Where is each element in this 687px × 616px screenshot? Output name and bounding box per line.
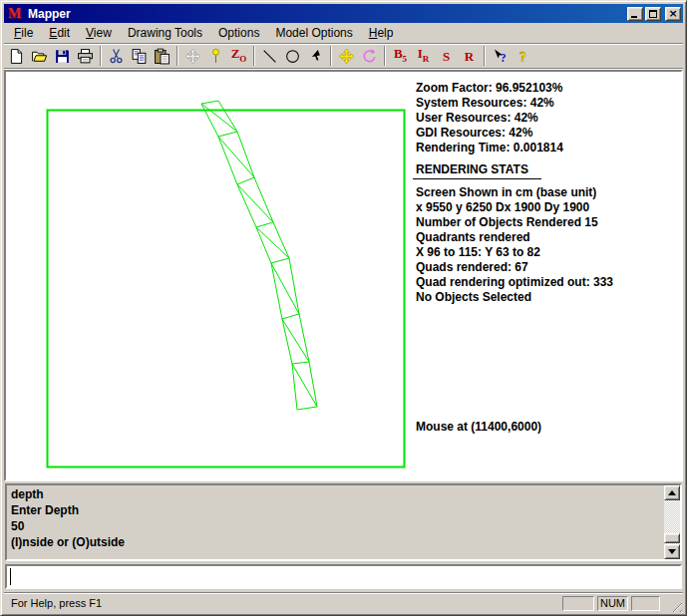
save-icon bbox=[54, 48, 71, 65]
menu-edit[interactable]: Edit bbox=[41, 24, 78, 42]
history-line: 50 bbox=[11, 518, 660, 534]
stats-line: x 9550 y 6250 Dx 1900 Dy 1900 bbox=[416, 200, 683, 215]
svg-text:?: ? bbox=[501, 52, 507, 65]
toolbar-pin-button[interactable] bbox=[204, 45, 227, 67]
history-scrollbar[interactable] bbox=[664, 485, 680, 559]
menu-model-options[interactable]: Model Options bbox=[267, 24, 360, 42]
ir-tool-icon: IR bbox=[418, 45, 430, 68]
menu-view[interactable]: View bbox=[78, 24, 120, 42]
menu-drawing-tools[interactable]: Drawing Tools bbox=[120, 24, 210, 42]
toolbar-paste-button[interactable] bbox=[151, 45, 173, 67]
scroll-up-button[interactable] bbox=[664, 485, 680, 500]
toolbar-b5-tool-button[interactable]: B5 bbox=[389, 45, 412, 67]
menu-file[interactable]: File bbox=[6, 24, 41, 42]
minimize-button[interactable] bbox=[627, 7, 643, 21]
scroll-down-button[interactable] bbox=[664, 544, 680, 559]
line-tool-icon bbox=[261, 48, 278, 65]
stats-line: GDI Resources: 42% bbox=[416, 126, 683, 141]
toolbar-context-help-button[interactable]: ? bbox=[489, 45, 512, 67]
toolbar-select-pointer-button[interactable] bbox=[304, 45, 327, 67]
toolbar-separator bbox=[384, 46, 386, 66]
scrollbar-thumb[interactable] bbox=[664, 533, 680, 543]
open-icon bbox=[31, 48, 48, 65]
stats-line: Quad rendering optimized out: 333 bbox=[416, 275, 683, 290]
toolbar-copy-button[interactable] bbox=[128, 45, 151, 67]
arrow-down-icon bbox=[668, 549, 676, 554]
toolbar-separator bbox=[253, 46, 255, 66]
toolbar-rotate-button[interactable] bbox=[358, 45, 381, 67]
toolbar-separator bbox=[176, 46, 178, 66]
drawing-client-area[interactable]: Zoom Factor: 96.952103%System Resources:… bbox=[4, 70, 683, 481]
rendering-stats-title: RENDERING STATS bbox=[413, 162, 541, 179]
toolbar-open-button[interactable] bbox=[28, 45, 51, 67]
stats-line: System Resources: 42% bbox=[416, 96, 683, 111]
toolbar-circle-tool-button[interactable] bbox=[281, 45, 304, 67]
stats-line: X 96 to 115: Y 63 to 82 bbox=[416, 245, 683, 260]
menu-help[interactable]: Help bbox=[361, 24, 402, 42]
status-panel-num: NUM bbox=[597, 596, 628, 611]
stats-line: Quadrants rendered bbox=[416, 230, 683, 245]
app-window: M Mapper × FileEditViewDrawing ToolsOpti… bbox=[0, 0, 687, 616]
close-icon: × bbox=[666, 8, 680, 20]
print-icon bbox=[77, 48, 94, 65]
toolbar-separator bbox=[100, 46, 102, 66]
toolbar-ir-tool-button[interactable]: IR bbox=[412, 45, 435, 67]
truss-object bbox=[201, 101, 317, 410]
maximize-button[interactable] bbox=[645, 7, 661, 21]
circle-tool-icon bbox=[284, 48, 301, 65]
history-line: Enter Depth bbox=[11, 502, 660, 518]
pin-icon bbox=[207, 48, 224, 65]
select-pointer-icon bbox=[307, 48, 324, 65]
window-title: Mapper bbox=[28, 5, 625, 23]
toolbar-print-button[interactable] bbox=[74, 45, 97, 67]
pan-icon bbox=[184, 48, 201, 65]
move-icon bbox=[338, 48, 355, 65]
status-panel-2 bbox=[631, 596, 660, 611]
r-tool-icon: R bbox=[465, 48, 474, 65]
toolbar-cut-button[interactable] bbox=[105, 45, 128, 67]
toolbar: ZOB5IRSR?? bbox=[4, 43, 683, 69]
status-help-text: For Help, press F1 bbox=[11, 597, 102, 609]
toolbar-help-button[interactable]: ? bbox=[512, 45, 534, 67]
command-input-box[interactable] bbox=[5, 564, 682, 589]
toolbar-move-button[interactable] bbox=[335, 45, 358, 67]
system-stats-list: Zoom Factor: 96.952103%System Resources:… bbox=[416, 81, 683, 155]
toolbar-line-tool-button[interactable] bbox=[258, 45, 281, 67]
cut-icon bbox=[108, 48, 125, 65]
status-panel-1 bbox=[562, 596, 594, 611]
stats-line: No Objects Selected bbox=[416, 290, 683, 305]
toolbar-r-tool-button[interactable]: R bbox=[458, 45, 481, 67]
arrow-up-icon bbox=[668, 490, 676, 495]
title-bar[interactable]: M Mapper × bbox=[4, 4, 683, 23]
new-document-icon bbox=[8, 48, 25, 65]
toolbar-new-document-button[interactable] bbox=[5, 45, 28, 67]
stats-line: Quads rendered: 67 bbox=[416, 260, 683, 275]
text-caret bbox=[10, 568, 11, 585]
mouse-position-readout: Mouse at (11400,6000) bbox=[416, 420, 541, 434]
close-button[interactable]: × bbox=[665, 7, 681, 21]
history-line: (I)nside or (O)utside bbox=[11, 534, 660, 550]
toolbar-separator bbox=[330, 46, 332, 66]
boundary-rect bbox=[48, 111, 405, 467]
command-history-list: depthEnter Depth50(I)nside or (O)utside bbox=[11, 486, 660, 550]
stats-line: Rendering Time: 0.001814 bbox=[416, 141, 683, 155]
s-tool-icon: S bbox=[443, 48, 450, 65]
paste-icon bbox=[154, 48, 171, 65]
command-history-box[interactable]: depthEnter Depth50(I)nside or (O)utside bbox=[5, 483, 682, 561]
resize-grip[interactable] bbox=[668, 598, 682, 612]
toolbar-s-tool-button[interactable]: S bbox=[435, 45, 458, 67]
stats-panel: Zoom Factor: 96.952103%System Resources:… bbox=[416, 81, 683, 305]
menu-options[interactable]: Options bbox=[210, 24, 267, 42]
command-input[interactable] bbox=[7, 566, 680, 587]
b5-tool-icon: B5 bbox=[394, 45, 407, 68]
help-icon: ? bbox=[515, 48, 531, 65]
toolbar-pan-button[interactable] bbox=[181, 45, 204, 67]
stats-line: Number of Objects Rendered 15 bbox=[416, 215, 683, 230]
toolbar-separator bbox=[484, 46, 486, 66]
stats-line: Zoom Factor: 96.952103% bbox=[416, 81, 683, 96]
status-bar: For Help, press F1 NUM bbox=[4, 592, 683, 612]
toolbar-save-button[interactable] bbox=[51, 45, 74, 67]
copy-icon bbox=[131, 48, 148, 65]
toolbar-zoom-object-button[interactable]: ZO bbox=[227, 45, 250, 67]
minimize-icon bbox=[631, 16, 637, 18]
